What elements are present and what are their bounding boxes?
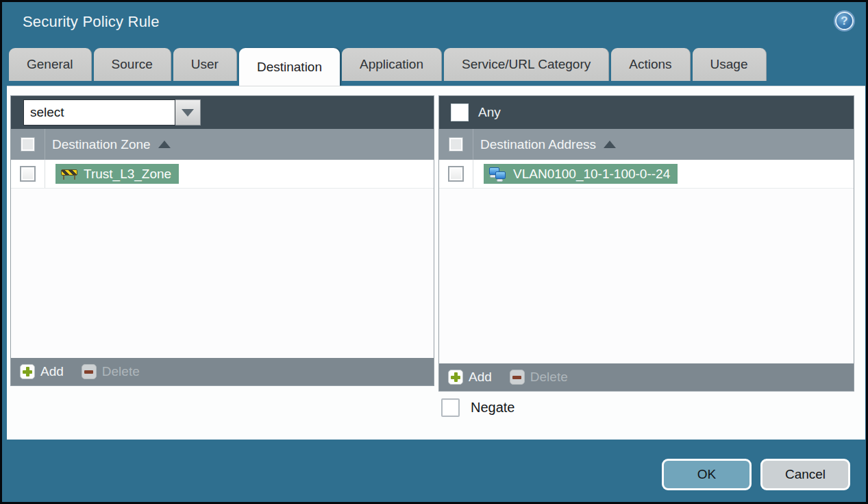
zone-add-button[interactable]: Add (20, 364, 64, 379)
address-row-checkbox[interactable] (448, 166, 464, 182)
zone-table-row[interactable]: Trust_L3_Zone (11, 160, 434, 189)
negate-label: Negate (471, 400, 515, 416)
address-item-label: VLAN0100_10-1-100-0--24 (513, 167, 670, 182)
zone-item-label: Trust_L3_Zone (84, 167, 171, 182)
zone-select-dropdown-button[interactable] (175, 99, 201, 125)
zone-select-combobox (23, 99, 201, 125)
security-policy-rule-dialog: Security Policy Rule ? General Source Us… (0, 0, 868, 504)
tab-destination[interactable]: Destination (239, 48, 340, 86)
tab-application[interactable]: Application (342, 48, 442, 81)
zone-row-checkbox[interactable] (20, 166, 36, 182)
title-bar: Security Policy Rule ? (2, 2, 866, 47)
destination-tab-content: Destination Zone Trust_L3_Zone (7, 86, 865, 440)
address-table-row[interactable]: VLAN0100_10-1-100-0--24 (439, 160, 854, 189)
dialog-title: Security Policy Rule (23, 13, 160, 31)
negate-checkbox[interactable] (441, 398, 460, 417)
zone-panel-toolbar (11, 96, 434, 129)
minus-icon (510, 370, 525, 385)
address-add-button[interactable]: Add (448, 370, 492, 385)
zone-table-body: Trust_L3_Zone (11, 160, 434, 358)
address-panel-footer: Add Delete (439, 363, 854, 391)
tab-actions[interactable]: Actions (611, 48, 690, 81)
ok-button[interactable]: OK (662, 459, 752, 490)
sort-ascending-icon[interactable] (158, 141, 171, 148)
zone-select-input[interactable] (23, 99, 175, 125)
zone-item[interactable]: Trust_L3_Zone (55, 164, 179, 184)
any-checkbox[interactable] (451, 104, 469, 121)
sort-ascending-icon[interactable] (604, 141, 616, 148)
address-delete-button[interactable]: Delete (510, 370, 568, 385)
address-row-checkbox-cell (439, 160, 473, 188)
tab-general[interactable]: General (9, 48, 92, 81)
zone-column-header[interactable]: Destination Zone (52, 137, 151, 152)
destination-address-panel: Any Destination Address (438, 95, 854, 392)
zone-table-header: Destination Zone (11, 129, 434, 160)
tab-source[interactable]: Source (94, 48, 171, 81)
address-table-header: Destination Address (439, 129, 854, 160)
tab-bar: General Source User Destination Applicat… (9, 48, 767, 86)
zone-barricade-icon (61, 169, 77, 180)
zone-panel-footer: Add Delete (11, 358, 434, 385)
zone-delete-button[interactable]: Delete (82, 364, 140, 379)
help-question-icon[interactable]: ? (835, 12, 854, 30)
minus-icon (82, 364, 97, 379)
address-panel-toolbar: Any (439, 96, 854, 129)
zone-select-all-cell (11, 129, 45, 160)
zone-row-checkbox-cell (11, 160, 45, 188)
address-select-all-checkbox[interactable] (449, 137, 463, 152)
negate-row: Negate (441, 398, 515, 417)
plus-icon (20, 364, 35, 379)
address-column-header[interactable]: Destination Address (480, 137, 596, 152)
tab-user[interactable]: User (173, 48, 237, 81)
tab-service-url-category[interactable]: Service/URL Category (444, 48, 609, 81)
zone-select-all-checkbox[interactable] (21, 137, 35, 152)
destination-zone-panel: Destination Zone Trust_L3_Zone (10, 95, 434, 386)
address-select-all-cell (439, 129, 473, 160)
chevron-down-icon (182, 109, 194, 117)
network-address-icon (489, 167, 507, 181)
address-item[interactable]: VLAN0100_10-1-100-0--24 (484, 164, 678, 184)
cancel-button[interactable]: Cancel (760, 459, 850, 490)
plus-icon (448, 370, 463, 385)
address-table-body: VLAN0100_10-1-100-0--24 (439, 160, 854, 363)
any-label: Any (478, 105, 501, 120)
tab-usage[interactable]: Usage (693, 48, 767, 81)
